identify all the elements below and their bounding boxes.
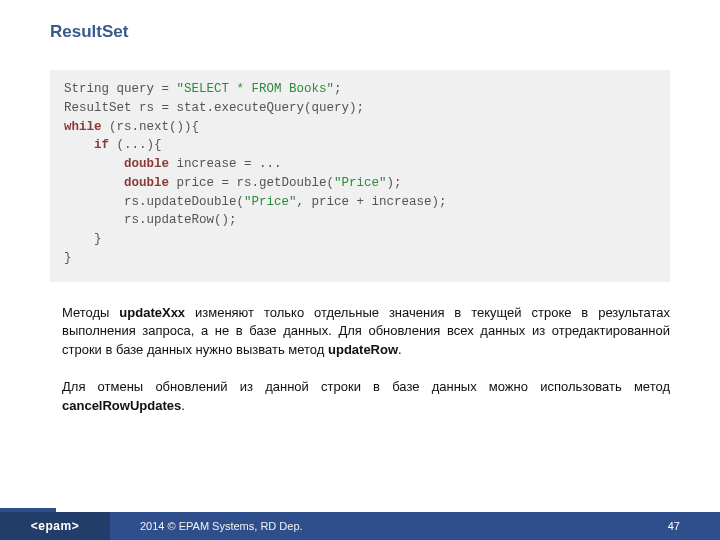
code-token: while <box>64 120 102 134</box>
footer-bar: <epam> 2014 © EPAM Systems, RD Dep. 47 <box>0 512 720 540</box>
code-token: double <box>124 157 169 171</box>
code-token: rs.updateDouble( <box>64 195 244 209</box>
code-block: String query = "SELECT * FROM Books"; Re… <box>50 70 670 282</box>
code-token: if <box>94 138 109 152</box>
text: . <box>398 342 402 357</box>
code-token: (...){ <box>109 138 162 152</box>
bold-text: updateXxx <box>119 305 185 320</box>
code-token <box>64 176 124 190</box>
text: . <box>181 398 185 413</box>
body-paragraph: Для отмены обновлений из данной строки в… <box>62 378 670 416</box>
bold-text: updateRow <box>328 342 398 357</box>
code-token: ; <box>334 82 342 96</box>
body-paragraph: Методы updateXxx изменяют только отдельн… <box>62 304 670 361</box>
page-number: 47 <box>668 512 680 540</box>
code-token: } <box>64 251 72 265</box>
code-token <box>64 157 124 171</box>
epam-logo: <epam> <box>0 512 110 540</box>
code-token: "SELECT * FROM Books" <box>177 82 335 96</box>
code-token: (rs.next()){ <box>102 120 200 134</box>
copyright-text: 2014 © EPAM Systems, RD Dep. <box>140 520 303 532</box>
bold-text: cancelRowUpdates <box>62 398 181 413</box>
code-token: increase = ... <box>169 157 282 171</box>
code-token: double <box>124 176 169 190</box>
code-token: } <box>64 232 102 246</box>
code-token: ResultSet rs = stat.executeQuery(query); <box>64 101 364 115</box>
code-token: rs.updateRow(); <box>64 213 237 227</box>
slide-title: ResultSet <box>0 0 720 42</box>
code-token: price = rs.getDouble( <box>169 176 334 190</box>
code-token: "Price" <box>334 176 387 190</box>
code-token: "Price" <box>244 195 297 209</box>
code-token: String query = <box>64 82 177 96</box>
code-token <box>64 138 94 152</box>
code-token: , price + increase); <box>297 195 447 209</box>
code-token: ); <box>387 176 402 190</box>
text: Методы <box>62 305 119 320</box>
text: Для отмены обновлений из данной строки в… <box>62 379 670 394</box>
